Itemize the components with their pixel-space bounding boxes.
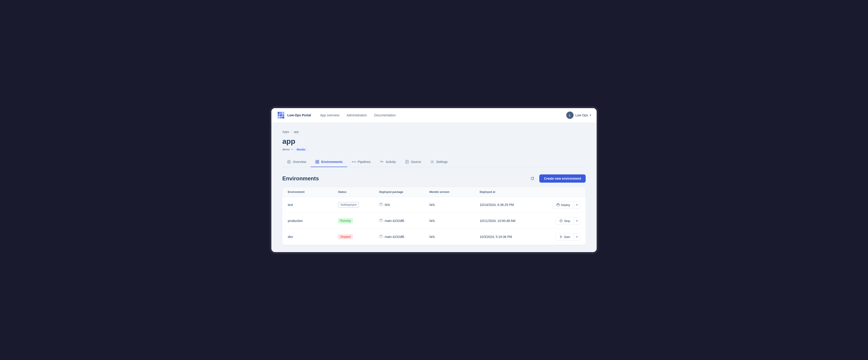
svg-rect-29 — [380, 219, 382, 220]
svg-rect-9 — [282, 117, 284, 118]
svg-rect-32 — [379, 235, 382, 238]
settings-icon — [430, 160, 434, 164]
tab-source[interactable]: Source — [400, 157, 426, 167]
deploy-chevron-button[interactable]: ▾ — [574, 202, 580, 208]
tab-overview[interactable]: Overview — [282, 157, 311, 167]
deploy-button[interactable]: Deploy — [553, 201, 574, 208]
package-name-test: N/A — [385, 203, 390, 207]
main-content: Apps › app app demo • Mendix Overview — [271, 123, 597, 252]
environments-icon — [315, 160, 319, 164]
svg-point-17 — [355, 161, 355, 162]
svg-rect-12 — [316, 160, 317, 161]
env-action-test: Deploy ▾ — [544, 201, 580, 209]
svg-rect-1 — [278, 112, 280, 114]
svg-rect-13 — [317, 160, 319, 161]
package-icon — [379, 235, 383, 239]
env-name-dev: dev — [288, 235, 338, 239]
svg-rect-6 — [282, 114, 284, 116]
env-package-dev: main-4232df6 — [379, 235, 429, 239]
nav-links: App overview Administration Documentatio… — [320, 113, 566, 118]
svg-point-11 — [288, 161, 290, 162]
svg-rect-24 — [379, 204, 382, 206]
env-status-production: Running — [338, 218, 379, 223]
nav-administration[interactable]: Administration — [347, 113, 367, 118]
user-area[interactable]: L Low Ops ▾ — [566, 112, 591, 119]
tab-pipelines[interactable]: Pipelines — [347, 157, 375, 167]
section-actions: Create new environment — [528, 174, 586, 183]
svg-rect-4 — [278, 114, 280, 116]
nav-documentation[interactable]: Documentation — [374, 113, 396, 118]
env-deployed-at-production: 10/11/2024, 10:00:48 AM — [480, 219, 544, 222]
env-action-dev: Start ▾ — [544, 233, 580, 241]
env-package-test: N/A — [379, 203, 429, 207]
env-status-test: NotDeployed — [338, 202, 379, 208]
device-frame: Low-Ops Portal App overview Administrati… — [270, 106, 598, 254]
app-container: Low-Ops Portal App overview Administrati… — [271, 108, 597, 252]
status-badge-running: Running — [338, 218, 353, 223]
logo-icon — [277, 111, 285, 119]
nav-app-overview[interactable]: App overview — [320, 113, 339, 118]
svg-line-31 — [561, 220, 562, 221]
env-mendix-version-production: N/A — [429, 219, 480, 222]
tab-activity[interactable]: Activity — [375, 157, 400, 167]
env-status-dev: Stopped — [338, 234, 379, 239]
page-meta-demo: demo — [282, 148, 290, 151]
deploy-icon — [556, 203, 560, 206]
package-icon — [379, 218, 383, 223]
topnav: Low-Ops Portal App overview Administrati… — [271, 108, 597, 123]
page-title: app — [282, 137, 586, 146]
tab-environments[interactable]: Environments — [311, 157, 347, 167]
table-row: test NotDeployed — [282, 197, 586, 213]
status-badge-stopped: Stopped — [338, 234, 353, 239]
env-name-production: production — [288, 219, 338, 222]
svg-point-16 — [352, 161, 353, 162]
svg-rect-5 — [280, 114, 282, 116]
env-name-test: test — [288, 203, 338, 207]
breadcrumb-sep: › — [291, 130, 292, 133]
breadcrumb-apps[interactable]: Apps — [282, 130, 289, 133]
svg-rect-25 — [380, 203, 382, 204]
action-btn-group-production: Stop ▾ — [556, 217, 580, 225]
stop-chevron-button[interactable]: ▾ — [574, 218, 580, 224]
status-badge-not-deployed: NotDeployed — [338, 202, 359, 208]
svg-rect-2 — [280, 112, 282, 114]
stop-icon — [559, 219, 563, 222]
env-mendix-version-test: N/A — [429, 203, 480, 207]
svg-rect-15 — [317, 162, 319, 163]
start-chevron-button[interactable]: ▾ — [574, 234, 580, 240]
start-button[interactable]: Start — [556, 233, 574, 240]
user-name: Low Ops — [576, 113, 588, 117]
th-mendix-version: Mendix version — [429, 190, 480, 193]
package-icon — [379, 203, 383, 207]
table-row: dev Stopped — [282, 229, 586, 245]
svg-marker-34 — [560, 236, 562, 238]
tab-settings[interactable]: Settings — [426, 157, 452, 167]
action-btn-group-dev: Start ▾ — [556, 233, 580, 241]
svg-rect-3 — [282, 112, 284, 114]
package-name-production: main-4232df6 — [385, 219, 404, 222]
env-package-production: main-4232df6 — [379, 218, 429, 223]
env-action-production: Stop ▾ — [544, 217, 580, 225]
svg-rect-28 — [379, 219, 382, 222]
refresh-icon — [530, 176, 534, 181]
svg-rect-8 — [280, 117, 282, 118]
logo-area: Low-Ops Portal — [277, 111, 311, 119]
environments-section-header: Environments Create new environment — [282, 174, 586, 183]
table-row: production Running — [282, 213, 586, 229]
pipelines-icon — [352, 160, 356, 164]
stop-button[interactable]: Stop — [556, 217, 574, 224]
env-deployed-at-test: 10/14/2024, 6:36:25 PM — [480, 203, 544, 207]
svg-point-10 — [287, 160, 290, 163]
th-deployed-package: Deployed package — [379, 190, 429, 193]
env-deployed-at-dev: 10/3/2024, 5:19:36 PM — [480, 235, 544, 239]
tab-nav: Overview Environments — [282, 157, 586, 167]
create-environment-button[interactable]: Create new environment — [539, 174, 586, 183]
user-chevron-icon: ▾ — [590, 114, 591, 117]
environments-table: Environment Status Deployed package Mend… — [282, 187, 586, 245]
th-status: Status — [338, 190, 379, 193]
env-mendix-version-dev: N/A — [429, 235, 480, 239]
svg-point-23 — [432, 161, 433, 162]
breadcrumb-app[interactable]: app — [294, 130, 299, 133]
package-name-dev: main-4232df6 — [385, 235, 404, 239]
refresh-button[interactable] — [528, 174, 536, 183]
